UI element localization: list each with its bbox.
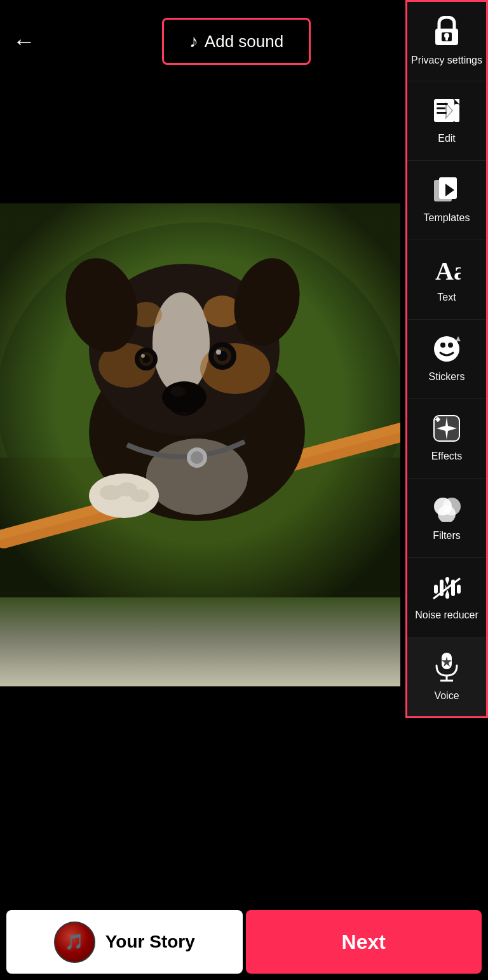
add-sound-button[interactable]: ♪ Add sound [162, 18, 311, 65]
svg-marker-37 [454, 99, 459, 104]
svg-point-8 [152, 292, 210, 394]
stickers-label: Stickers [429, 371, 465, 383]
sidebar-item-effects[interactable]: Effects [407, 399, 486, 479]
filters-icon [433, 494, 461, 526]
sidebar-item-privacy[interactable]: Privacy settings [407, 2, 486, 81]
svg-point-23 [162, 381, 207, 413]
sidebar-item-noise[interactable]: Noise reducer [407, 558, 486, 637]
sidebar-item-templates[interactable]: Templates [407, 161, 486, 240]
filters-label: Filters [433, 529, 461, 541]
noise-label: Noise reducer [415, 609, 478, 621]
svg-point-50 [448, 343, 453, 348]
video-bottom [0, 597, 400, 686]
effects-icon [433, 414, 461, 446]
story-avatar [54, 922, 95, 963]
text-icon: Aa [433, 255, 461, 287]
video-main [0, 203, 400, 597]
svg-point-22 [141, 354, 145, 358]
svg-point-18 [216, 350, 221, 355]
sidebar-item-text[interactable]: Aa Text [407, 240, 486, 320]
add-sound-label: Add sound [205, 32, 283, 51]
svg-rect-61 [434, 585, 438, 594]
voice-icon [433, 651, 461, 686]
sidebar-item-filters[interactable]: Filters [407, 479, 486, 558]
video-area [0, 83, 400, 686]
sidebar: Privacy settings Edit [405, 0, 488, 718]
privacy-label: Privacy settings [411, 54, 482, 66]
templates-icon [433, 176, 461, 208]
voice-label: Voice [434, 690, 459, 702]
noise-reducer-icon [433, 573, 461, 605]
svg-rect-65 [457, 585, 461, 594]
edit-label: Edit [438, 132, 456, 144]
svg-rect-35 [445, 36, 448, 41]
your-story-label: Your Story [105, 932, 195, 952]
back-button[interactable]: ← [13, 30, 36, 53]
svg-text:Aa: Aa [435, 257, 461, 283]
sidebar-item-edit[interactable]: Edit [407, 81, 486, 161]
next-button[interactable]: Next [246, 910, 482, 974]
edit-icon [433, 97, 461, 128]
bottom-bar: Your Story Next [0, 904, 488, 980]
svg-marker-51 [456, 336, 461, 341]
text-label: Text [437, 291, 456, 303]
your-story-button[interactable]: Your Story [6, 910, 243, 974]
svg-point-48 [434, 336, 459, 362]
effects-label: Effects [431, 450, 463, 462]
sidebar-item-stickers[interactable]: Stickers [407, 320, 486, 399]
puppy-scene [0, 203, 400, 597]
lock-icon [433, 16, 461, 50]
templates-label: Templates [424, 212, 470, 224]
music-note-icon: ♪ [189, 31, 198, 51]
svg-rect-40 [437, 107, 445, 109]
stickers-icon [433, 335, 461, 367]
svg-point-24 [170, 386, 186, 397]
sidebar-item-voice[interactable]: Voice [407, 637, 486, 716]
svg-point-31 [191, 451, 203, 464]
svg-point-29 [130, 489, 149, 502]
video-bg-top [0, 83, 400, 203]
svg-rect-41 [437, 112, 447, 114]
svg-rect-38 [454, 104, 459, 122]
